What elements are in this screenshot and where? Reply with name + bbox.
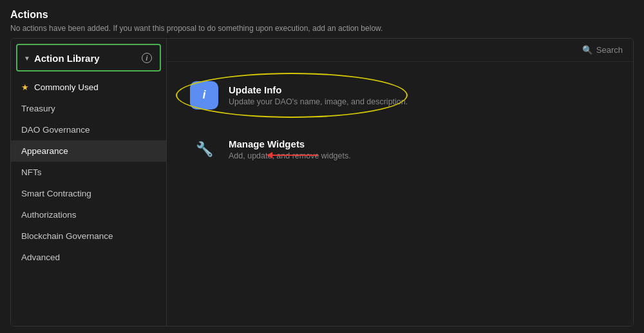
content-header: 🔍 Search <box>167 39 633 62</box>
sidebar-nav: ★ Commonly Used Treasury DAO Governance … <box>11 74 166 326</box>
page-title: Actions <box>10 9 634 21</box>
sidebar-item-label: Appearance <box>21 146 68 156</box>
sidebar-item-label: Smart Contracting <box>21 189 91 198</box>
sidebar-item-commonly-used[interactable]: ★ Commonly Used <box>11 77 166 98</box>
top-header: Actions No actions have been added. If y… <box>10 9 634 34</box>
sidebar-item-label: DAO Governance <box>21 125 90 135</box>
sidebar-item-nfts[interactable]: NFTs <box>11 162 166 183</box>
action-title: Manage Widgets <box>229 138 351 149</box>
sidebar: ▼ Action Library i ★ Commonly Used Treas… <box>11 39 167 326</box>
sidebar-title: Action Library <box>34 53 138 64</box>
arrow-line <box>272 155 317 156</box>
main-panel: ▼ Action Library i ★ Commonly Used Treas… <box>10 38 634 327</box>
star-icon: ★ <box>21 82 29 92</box>
page-wrapper: Actions No actions have been added. If y… <box>0 0 644 333</box>
action-library-header[interactable]: ▼ Action Library i <box>16 44 161 71</box>
sidebar-item-label: Treasury <box>21 104 55 113</box>
search-area[interactable]: 🔍 Search <box>582 45 623 55</box>
chevron-down-icon: ▼ <box>24 55 30 62</box>
sidebar-item-authorizations[interactable]: Authorizations <box>11 204 166 225</box>
sidebar-item-advanced[interactable]: Advanced <box>11 247 166 268</box>
sidebar-item-label: NFTs <box>21 167 42 177</box>
sidebar-item-smart-contracting[interactable]: Smart Contracting <box>11 183 166 204</box>
action-title: Update Info <box>229 84 408 95</box>
search-label: Search <box>596 45 623 55</box>
action-icon-tools: 🔧 <box>190 135 218 164</box>
action-item-update-info[interactable]: i Update Info Update your DAO's name, im… <box>182 75 618 116</box>
content-body: i Update Info Update your DAO's name, im… <box>167 62 633 326</box>
arrow-head-icon <box>267 152 272 158</box>
action-item-manage-widgets[interactable]: 🔧 Manage Widgets Add, update, and remove… <box>182 129 618 170</box>
action-text-update-info: Update Info Update your DAO's name, imag… <box>229 84 408 106</box>
sidebar-item-label: Commonly Used <box>34 82 99 92</box>
main-content: 🔍 Search i Update Info Update your DAO's… <box>167 39 633 326</box>
sidebar-item-label: Authorizations <box>21 210 77 220</box>
sidebar-item-blockchain-governance[interactable]: Blockchain Governance <box>11 225 166 247</box>
action-icon-info: i <box>190 81 218 109</box>
sidebar-item-treasury[interactable]: Treasury <box>11 98 166 119</box>
info-icon[interactable]: i <box>142 53 152 63</box>
sidebar-item-dao-governance[interactable]: DAO Governance <box>11 119 166 140</box>
search-icon: 🔍 <box>582 45 592 55</box>
sidebar-item-label: Blockchain Governance <box>21 231 113 241</box>
action-description: Update your DAO's name, image, and descr… <box>229 97 408 106</box>
arrow-annotation <box>267 152 317 158</box>
sidebar-item-label: Advanced <box>21 252 60 262</box>
page-subtitle: No actions have been added. If you want … <box>10 23 634 34</box>
sidebar-item-appearance[interactable]: Appearance <box>11 140 166 162</box>
